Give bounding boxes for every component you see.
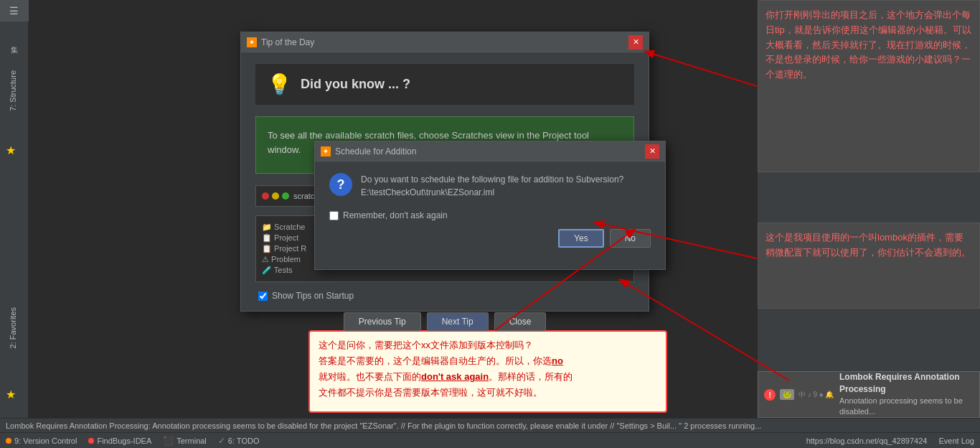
status-bar: 9: Version Control FindBugs-IDEA ⬛ Termi… [0,432,980,448]
tip-buttons: Previous Tip Next Tip Close [255,312,634,331]
url-item[interactable]: https://blog.csdn.net/qq_42897424 [801,437,933,445]
collection-icon: 集 [11,45,18,55]
dot-green [282,192,289,200]
schedule-dialog: ✦ Schedule for Addition ✕ ? Do you want … [314,141,666,270]
structure-label[interactable]: 7: Structure [0,65,26,117]
version-control-item[interactable]: 9: Version Control [0,437,83,445]
annotation-bottom-center: 这个是问你，需要把这个xx文件添加到版本控制吗？ 答案是不需要的，这个是编辑器自… [308,330,667,413]
tip-dialog-title-text: Tip of the Day [261,37,314,47]
tip-checkbox-row: Show Tips on Startup [255,291,634,301]
lombok-notification: ! 🐸 中 ♪ 9 ♠ 🔔 Lombok Requires Annotation… [758,371,980,418]
findbugs-item[interactable]: FindBugs-IDEA [83,437,157,445]
schedule-message: ? Do you want to schedule the following … [329,173,651,199]
tip-header: 💡 Did you know ... ? [255,64,634,105]
schedule-msg-line2: E:\testCheckOut\trunk\EZSonar.iml [361,186,623,199]
event-log-item[interactable]: Event Log [933,437,980,445]
terminal-icon: ⬛ [163,436,174,446]
favorites-label[interactable]: 2: Favorites [0,302,26,354]
todo-icon: ✓ [218,436,225,446]
schedule-close-button[interactable]: ✕ [645,144,659,159]
previous-tip-button[interactable]: Previous Tip [344,312,421,331]
findbugs-label: FindBugs-IDEA [97,437,151,445]
star-icon[interactable]: ★ [6,144,16,157]
url-text: https://blog.csdn.net/qq_42897424 [806,437,928,445]
show-tips-checkbox[interactable] [258,291,268,301]
tip-dialog-titlebar: ✦ Tip of the Day ✕ [241,32,649,52]
terminal-label: Terminal [176,437,207,445]
close-tip-button[interactable]: Close [494,312,547,331]
favorites-star-icon[interactable]: ★ [6,388,16,401]
annotation-line4: 文件都不提示你是否需要版本管理啦，这可就不好啦。 [319,385,657,401]
tip-title-icon: ✦ [247,37,257,47]
lombok-subtitle: Annotation processing seems to be disabl… [839,396,974,418]
menu-icon: ☰ [9,5,19,17]
tip-header-text: Did you know ... ? [301,77,410,92]
sidebar-icon-top[interactable]: 集 [1,37,27,63]
show-tips-label: Show Tips on Startup [272,291,354,301]
lombok-text-area: Lombok Requires Annotation Processing An… [839,371,974,417]
lombok-emoji: 🐸 [780,389,794,400]
annotation-bottom-text: 这个是我项目使用的一个叫lombok的插件，需要稍微配置下就可以使用了，你们估计… [765,232,971,258]
remember-label: Remember, don't ask again [343,210,448,220]
question-icon: ? [329,173,352,196]
schedule-title-area: ✦ Schedule for Addition [321,146,416,157]
schedule-title-icon: ✦ [321,146,331,157]
next-tip-button[interactable]: Next Tip [427,312,489,331]
event-log-label: Event Log [938,437,974,445]
todo-label: 6: TODO [228,437,260,445]
remember-checkbox[interactable] [329,211,339,220]
annotation-panel-top: 你打开刚刚导出的项目之后，这个地方会弹出个每日tip，就是告诉你使用这个编辑器的… [758,0,980,172]
tip-dialog-close-button[interactable]: ✕ [628,35,643,50]
todo-item[interactable]: ✓ 6: TODO [212,436,265,446]
schedule-remember-row: Remember, don't ask again [329,210,651,220]
tip-dialog-title-area: ✦ Tip of the Day [247,37,314,47]
bulb-icon: 💡 [267,73,292,96]
annotation-panel-bottom: 这个是我项目使用的一个叫lombok的插件，需要稍微配置下就可以使用了，你们估计… [758,223,980,309]
left-sidebar: ☰ 集 7: Structure ★ 2: Favorites ★ [0,0,29,448]
version-control-icon [6,438,11,444]
schedule-body: ? Do you want to schedule the following … [315,162,665,259]
dot-yellow [272,192,279,200]
dot-red [262,192,269,200]
no-bold: no [552,355,563,366]
lombok-error-icon: ! [764,389,776,401]
no-button[interactable]: No [610,229,651,248]
yes-button[interactable]: Yes [558,229,604,248]
dont-ask-bold: don't ask again [421,371,489,382]
menu-button[interactable]: ☰ [0,0,29,22]
process-bar: Lombok Requires Annotation Processing: A… [0,418,980,432]
annotation-top-text: 你打开刚刚导出的项目之后，这个地方会弹出个每日tip，就是告诉你使用这个编辑器的… [765,9,971,80]
version-control-label: 9: Version Control [14,437,77,445]
lombok-chars: 中 ♪ 9 ♠ 🔔 [798,390,834,400]
annotation-line2: 答案是不需要的，这个是编辑器自动生产的。所以，你选no [319,353,657,369]
terminal-item[interactable]: ⬛ Terminal [157,436,212,446]
schedule-text: Do you want to schedule the following fi… [361,173,623,199]
schedule-titlebar: ✦ Schedule for Addition ✕ [315,141,665,162]
schedule-msg-line1: Do you want to schedule the following fi… [361,173,623,186]
annotation-line3: 就对啦。也不要点下面的don't ask again。那样的话，所有的 [319,369,657,385]
lombok-title: Lombok Requires Annotation Processing [839,371,974,396]
tip-file-dots [262,192,289,200]
schedule-buttons: Yes No [329,229,651,248]
schedule-title-text: Schedule for Addition [335,146,416,157]
process-text: Lombok Requires Annotation Processing: A… [6,421,761,430]
findbugs-icon [88,438,94,444]
